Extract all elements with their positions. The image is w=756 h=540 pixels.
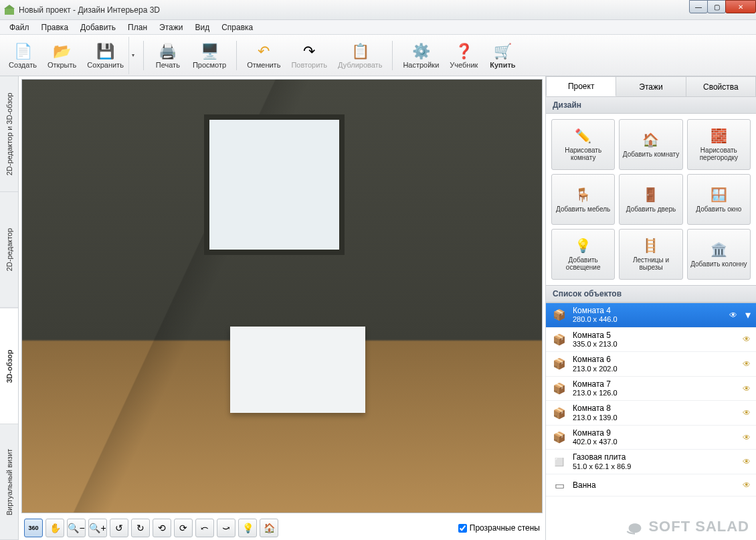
object-item[interactable]: 📦Комната 6213.0 x 202.0👁: [546, 352, 756, 377]
vtab-virtual[interactable]: Виртуальный визит: [0, 424, 18, 540]
visibility-toggle-icon[interactable]: 👁: [743, 335, 751, 344]
object-text: Комната 8213.0 x 139.0: [573, 403, 737, 422]
chevron-down-icon[interactable]: ▾: [745, 308, 751, 321]
visibility-toggle-icon[interactable]: 👁: [743, 433, 751, 442]
add-light-label: Добавить освещение: [555, 256, 611, 271]
save-label: Сохранить: [87, 61, 124, 69]
save-dropdown[interactable]: ▾: [128, 37, 138, 74]
object-item[interactable]: 📦Комната 8213.0 x 139.0👁: [546, 401, 756, 426]
menu-item-6[interactable]: Справка: [216, 21, 258, 33]
draw-room-icon: ✏️: [575, 128, 591, 144]
object-dimensions: 213.0 x 139.0: [573, 414, 737, 422]
preview-button[interactable]: 🖥️Просмотр: [188, 37, 231, 74]
design-grid: ✏️Нарисовать комнату🏠Добавить комнату🧱На…: [546, 114, 756, 285]
viewport-light-button[interactable]: 💡: [238, 519, 257, 537]
object-text: Комната 9402.0 x 437.0: [573, 428, 737, 447]
object-name: Комната 9: [573, 428, 737, 438]
open-button[interactable]: 📂Открыть: [43, 37, 81, 74]
object-item[interactable]: 📦Комната 9402.0 x 437.0👁: [546, 426, 756, 450]
viewport-tilt-down-button[interactable]: ⟳: [174, 519, 193, 537]
toolbar: 📄Создать📂Открыть💾Сохранить▾🖨️Печать🖥️Про…: [0, 35, 756, 76]
undo-button[interactable]: ↶Отменить: [242, 37, 285, 74]
vtab-3d[interactable]: 3D-обзор: [0, 308, 18, 424]
viewport-zoom-out-button[interactable]: 🔍−: [67, 519, 86, 537]
tutorial-button[interactable]: ❓Учебник: [445, 37, 482, 74]
draw-wall-icon: 🧱: [711, 128, 727, 144]
menu-item-5[interactable]: Вид: [189, 21, 215, 33]
draw-room-label: Нарисовать комнату: [555, 147, 611, 161]
print-button[interactable]: 🖨️Печать: [149, 37, 187, 74]
viewport-rot-right-button[interactable]: ↻: [131, 519, 150, 537]
object-item[interactable]: 📦Комната 4280.0 x 446.0👁▾: [546, 303, 756, 328]
add-column-button[interactable]: 🏛️Добавить колонну: [687, 229, 751, 280]
maximize-button[interactable]: ▢: [707, 0, 726, 13]
object-item[interactable]: 📦Комната 5335.0 x 213.0👁: [546, 328, 756, 353]
visibility-toggle-icon[interactable]: 👁: [729, 310, 737, 320]
visibility-toggle-icon[interactable]: 👁: [743, 408, 751, 418]
viewport-home-button[interactable]: 🏠: [260, 519, 278, 537]
add-light-button[interactable]: 💡Добавить освещение: [551, 229, 615, 280]
draw-wall-button[interactable]: 🧱Нарисовать перегородку: [687, 119, 751, 170]
object-text: Комната 6213.0 x 202.0: [573, 355, 737, 373]
visibility-toggle-icon[interactable]: 👁: [743, 359, 751, 369]
add-door-button[interactable]: 🚪Добавить дверь: [619, 174, 682, 225]
save-button[interactable]: 💾Сохранить: [82, 37, 128, 74]
room-scene: [22, 80, 542, 513]
object-list[interactable]: 📦Комната 4280.0 x 446.0👁▾📦Комната 5335.0…: [546, 302, 756, 540]
viewport-tilt-up-button[interactable]: ⟲: [153, 519, 171, 537]
transparent-walls-checkbox[interactable]: Прозрачные стены: [458, 523, 540, 533]
visibility-toggle-icon[interactable]: 👁: [743, 384, 751, 393]
viewport-zoom-in-button[interactable]: 🔍+: [88, 519, 107, 537]
vtab-2d3d[interactable]: 2D-редактор и 3D-обзор: [0, 76, 18, 192]
stairs-button[interactable]: 🪜Лестницы и вырезы: [619, 229, 682, 280]
menu-item-0[interactable]: Файл: [4, 21, 35, 33]
draw-room-button[interactable]: ✏️Нарисовать комнату: [551, 119, 615, 170]
visibility-toggle-icon[interactable]: 👁: [743, 457, 751, 466]
buy-button[interactable]: 🛒Купить: [484, 37, 521, 74]
redo-label: Повторить: [291, 61, 327, 69]
vtab-2d[interactable]: 2D-редактор: [0, 192, 18, 308]
close-button[interactable]: ✕: [725, 0, 756, 13]
3d-viewport[interactable]: [21, 79, 543, 513]
object-name: Газовая плита: [573, 452, 737, 462]
rtab-props[interactable]: Свойства: [686, 76, 756, 96]
undo-label: Отменить: [247, 61, 280, 69]
redo-button: ↷Повторить: [286, 37, 332, 74]
minimize-button[interactable]: —: [689, 0, 708, 13]
menu-item-1[interactable]: Правка: [36, 21, 74, 33]
preview-label: Просмотр: [193, 61, 226, 69]
viewport-orbit-r-button[interactable]: ⤻: [217, 519, 235, 537]
add-window-button[interactable]: 🪟Добавить окно: [687, 174, 751, 225]
add-furniture-icon: 🪑: [575, 187, 591, 203]
viewport-pan-button[interactable]: ✋: [45, 519, 64, 537]
tutorial-icon: ❓: [455, 42, 473, 61]
rtab-floors[interactable]: Этажи: [616, 76, 686, 96]
transparent-walls-label: Прозрачные стены: [470, 523, 540, 533]
window-controls: — ▢ ✕: [690, 0, 756, 13]
menu-item-4[interactable]: Этажи: [154, 21, 188, 33]
visibility-toggle-icon[interactable]: 👁: [743, 480, 751, 490]
object-item[interactable]: ◻️Газовая плита51.0 x 62.1 x 86.9👁: [546, 450, 756, 474]
object-dimensions: 402.0 x 437.0: [573, 438, 737, 446]
object-item[interactable]: ▭Ванна👁: [546, 474, 756, 497]
menu-item-3[interactable]: План: [122, 21, 153, 33]
add-window-icon: 🪟: [711, 187, 727, 203]
create-button[interactable]: 📄Создать: [4, 37, 41, 74]
add-door-icon: 🚪: [642, 187, 659, 203]
add-furniture-label: Добавить мебель: [556, 205, 610, 213]
viewport-360-button[interactable]: 360: [24, 519, 43, 537]
add-room-button[interactable]: 🏠Добавить комнату: [619, 119, 682, 170]
viewport-orbit-l-button[interactable]: ⤺: [195, 519, 214, 537]
title-bar: Новый проект - Дизайн Интерьера 3D — ▢ ✕: [0, 0, 756, 20]
rtab-project[interactable]: Проект: [546, 76, 616, 96]
object-name: Комната 7: [573, 379, 737, 389]
menu-item-2[interactable]: Добавить: [75, 21, 121, 33]
settings-button[interactable]: ⚙️Настройки: [398, 37, 444, 74]
object-name: Комната 5: [573, 331, 737, 340]
viewport-rot-left-button[interactable]: ↺: [110, 519, 128, 537]
print-label: Печать: [156, 61, 180, 69]
add-furniture-button[interactable]: 🪑Добавить мебель: [551, 174, 615, 225]
object-item[interactable]: 📦Комната 7213.0 x 126.0👁: [546, 377, 756, 401]
transparent-walls-input[interactable]: [458, 524, 467, 533]
window-title: Новый проект - Дизайн Интерьера 3D: [19, 5, 752, 15]
